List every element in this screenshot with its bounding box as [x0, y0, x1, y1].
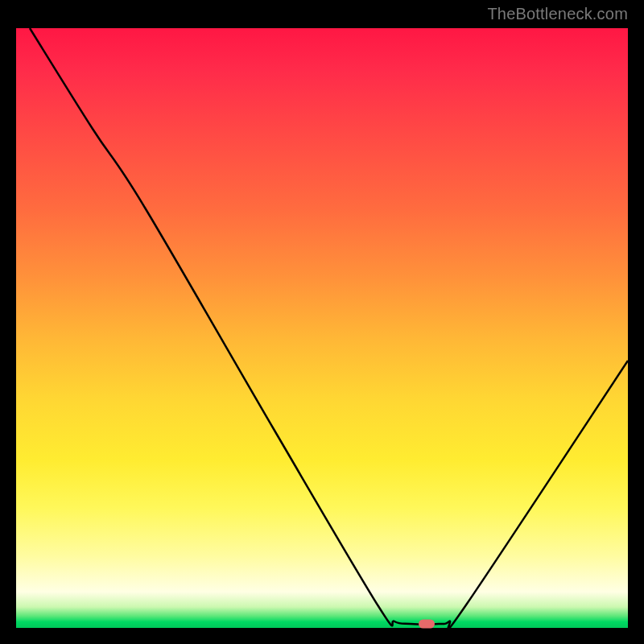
- bottleneck-curve: [30, 28, 628, 628]
- plot-area: [16, 28, 628, 628]
- attribution-text: TheBottleneck.com: [487, 5, 628, 23]
- optimal-marker: [419, 620, 435, 629]
- chart-frame: TheBottleneck.com: [0, 0, 644, 644]
- curve-layer: [16, 28, 628, 628]
